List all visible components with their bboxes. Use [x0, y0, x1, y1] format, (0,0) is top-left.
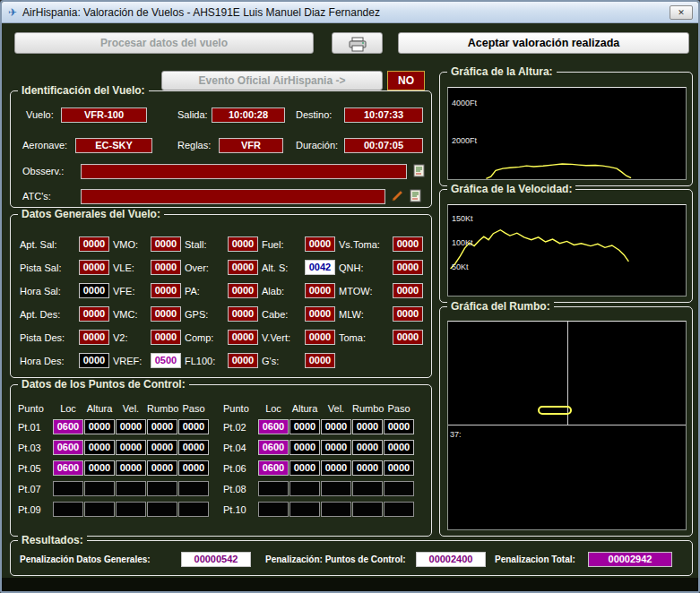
point-vel-field[interactable]: 0000: [116, 460, 146, 476]
field-value[interactable]: 0000: [79, 353, 109, 368]
penalty-points-value[interactable]: 00002400: [416, 552, 486, 567]
field-value[interactable]: 0000: [305, 306, 335, 322]
point-vel-field[interactable]: 0000: [321, 460, 351, 476]
point-altura-field[interactable]: [84, 481, 115, 496]
point-loc-field[interactable]: [53, 481, 83, 496]
point-altura-field[interactable]: [84, 502, 115, 517]
point-altura-field[interactable]: [290, 502, 320, 517]
point-vel-field[interactable]: [116, 481, 146, 496]
point-loc-field[interactable]: 0600: [258, 460, 289, 476]
field-value[interactable]: 0000: [151, 306, 181, 322]
field-value[interactable]: 0000: [228, 330, 258, 345]
point-altura-field[interactable]: 0000: [84, 440, 115, 455]
point-altura-field[interactable]: 0000: [290, 460, 320, 476]
point-altura-field[interactable]: 0000: [84, 460, 115, 476]
accept-valuation-button[interactable]: Aceptar valoración realizada: [398, 32, 689, 54]
point-rumbo-field[interactable]: 0000: [352, 440, 383, 455]
point-rumbo-field[interactable]: 0000: [147, 419, 177, 434]
point-rumbo-field[interactable]: 0000: [352, 419, 383, 434]
field-value[interactable]: 0500: [151, 353, 181, 368]
point-paso-field[interactable]: 0000: [384, 419, 414, 434]
point-rumbo-field[interactable]: [352, 502, 383, 517]
field-value[interactable]: 0000: [228, 283, 258, 298]
field-value[interactable]: 0000: [305, 330, 335, 345]
field-value[interactable]: 0000: [228, 236, 258, 252]
duracion-field[interactable]: 00:07:05: [344, 138, 423, 153]
observ-report-icon[interactable]: [412, 164, 427, 178]
point-vel-field[interactable]: 0000: [321, 419, 351, 434]
point-rumbo-field[interactable]: 0000: [352, 460, 383, 476]
point-vel-field[interactable]: [116, 502, 146, 517]
point-paso-field[interactable]: [384, 502, 414, 517]
field-value[interactable]: 0000: [79, 283, 109, 298]
penalty-general-value[interactable]: 00000542: [181, 552, 251, 567]
atc-report-icon[interactable]: [409, 189, 423, 203]
field-value[interactable]: 0000: [228, 306, 258, 322]
field-value[interactable]: 0000: [79, 330, 109, 345]
field-value[interactable]: 0000: [305, 353, 335, 368]
atc-edit-pencil-icon[interactable]: [391, 189, 405, 203]
point-altura-field[interactable]: 0000: [290, 440, 320, 455]
point-altura-field[interactable]: 0000: [84, 419, 115, 434]
altitude-line: [448, 88, 686, 179]
point-paso-field[interactable]: [384, 481, 414, 496]
point-loc-field[interactable]: [258, 502, 289, 517]
field-value[interactable]: 0000: [305, 236, 335, 252]
point-vel-field[interactable]: [321, 502, 351, 517]
field-value[interactable]: 0000: [393, 306, 423, 322]
field-value[interactable]: 0000: [228, 353, 258, 368]
point-rumbo-field[interactable]: [147, 481, 177, 496]
field-value[interactable]: 0000: [151, 283, 181, 298]
field-value[interactable]: 0000: [79, 260, 109, 275]
point-paso-field[interactable]: 0000: [384, 460, 414, 476]
point-loc-field[interactable]: [53, 502, 83, 517]
point-rumbo-field[interactable]: 0000: [147, 460, 177, 476]
point-vel-field[interactable]: 0000: [321, 440, 351, 455]
process-flight-data-button[interactable]: Procesar datos del vuelo: [14, 32, 314, 54]
vuelo-field[interactable]: VFR-100: [61, 107, 147, 123]
point-paso-field[interactable]: 0000: [178, 419, 209, 434]
salida-field[interactable]: 10:00:28: [212, 107, 285, 123]
point-altura-field[interactable]: [290, 481, 320, 496]
penalty-total-value[interactable]: 00002942: [588, 552, 672, 567]
field-value[interactable]: 0000: [393, 283, 423, 298]
destino-field[interactable]: 10:07:33: [344, 107, 423, 123]
field-value[interactable]: 0000: [393, 260, 423, 275]
point-loc-field[interactable]: 0600: [53, 440, 83, 455]
point-rumbo-field[interactable]: [147, 502, 177, 517]
field-value[interactable]: 0000: [79, 306, 109, 322]
point-paso-field[interactable]: 0000: [178, 440, 209, 455]
point-vel-field[interactable]: 0000: [116, 419, 146, 434]
point-paso-field[interactable]: [178, 481, 209, 496]
field-value[interactable]: 0042: [305, 260, 335, 275]
field-value[interactable]: 0000: [228, 260, 258, 275]
point-loc-field[interactable]: 0600: [53, 419, 83, 434]
point-loc-field[interactable]: 0600: [258, 440, 289, 455]
point-loc-field[interactable]: [258, 481, 289, 496]
field-value[interactable]: 0000: [151, 236, 181, 252]
point-vel-field[interactable]: [321, 481, 351, 496]
point-rumbo-field[interactable]: [352, 481, 383, 496]
observ-field[interactable]: [81, 164, 407, 179]
vuelo-label: Vuelo:: [26, 109, 54, 120]
point-loc-field[interactable]: 0600: [53, 460, 83, 476]
point-paso-field[interactable]: 0000: [178, 460, 209, 476]
official-event-button[interactable]: Evento Oficial AirHispania ->: [161, 71, 383, 90]
reglas-field[interactable]: VFR: [219, 138, 283, 153]
field-value[interactable]: 0000: [393, 236, 423, 252]
field-value[interactable]: 0000: [305, 283, 335, 298]
point-paso-field[interactable]: [178, 502, 209, 517]
print-button[interactable]: [332, 32, 383, 54]
point-loc-field[interactable]: 0600: [258, 419, 289, 434]
field-value[interactable]: 0000: [393, 330, 423, 345]
field-value[interactable]: 0000: [151, 330, 181, 345]
point-vel-field[interactable]: 0000: [116, 440, 146, 455]
point-paso-field[interactable]: 0000: [384, 440, 414, 455]
close-button[interactable]: ✕: [670, 5, 693, 20]
aeronave-field[interactable]: EC-SKY: [75, 138, 152, 153]
point-rumbo-field[interactable]: 0000: [147, 440, 177, 455]
field-value[interactable]: 0000: [151, 260, 181, 275]
field-value[interactable]: 0000: [79, 236, 109, 252]
atc-field[interactable]: [81, 189, 385, 204]
point-altura-field[interactable]: 0000: [290, 419, 320, 434]
